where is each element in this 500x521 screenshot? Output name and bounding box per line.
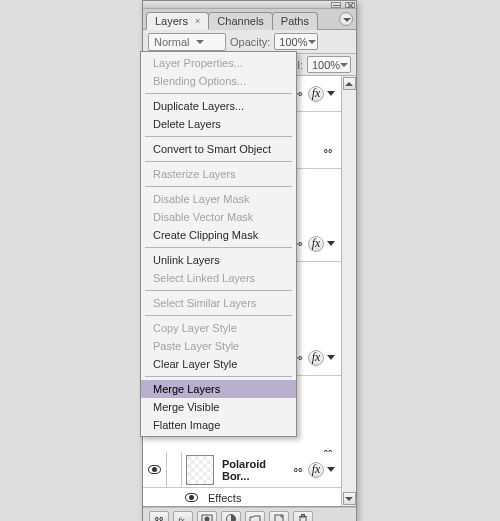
menu-separator — [145, 290, 292, 291]
link-icon — [291, 465, 305, 475]
tab-label: Layers — [155, 15, 188, 27]
mask-icon — [201, 513, 213, 522]
close-icon[interactable]: × — [195, 16, 200, 26]
menu-separator — [145, 247, 292, 248]
chevron-down-icon — [340, 63, 348, 67]
layer-context-menu: Layer Properties... Blending Options... … — [140, 51, 297, 437]
menu-layer-properties: Layer Properties... — [141, 54, 296, 72]
new-group-button[interactable] — [245, 511, 265, 522]
opacity-label: Opacity: — [230, 36, 270, 48]
menu-unlink-layers[interactable]: Unlink Layers — [141, 251, 296, 269]
eye-icon — [148, 465, 161, 474]
menu-separator — [145, 93, 292, 94]
visibility-toggle[interactable] — [143, 452, 167, 487]
adjustment-icon — [225, 513, 237, 522]
tab-strip: Layers × Channels Paths — [143, 9, 356, 30]
effects-label: Effects — [208, 492, 241, 504]
blend-mode-select[interactable]: Normal — [148, 33, 226, 51]
panel-menu-button[interactable] — [339, 12, 353, 26]
svg-rect-14 — [302, 514, 305, 516]
menu-disable-layer-mask: Disable Layer Mask — [141, 190, 296, 208]
scroll-up-button[interactable] — [343, 77, 356, 90]
menu-create-clipping-mask[interactable]: Create Clipping Mask — [141, 226, 296, 244]
menu-convert-smart-object[interactable]: Convert to Smart Object — [141, 140, 296, 158]
svg-rect-12 — [300, 517, 306, 522]
delete-layer-button[interactable] — [293, 511, 313, 522]
chevron-down-icon[interactable] — [327, 91, 335, 96]
fx-icon: fx — [308, 236, 324, 252]
link-layers-button[interactable] — [149, 511, 169, 522]
menu-duplicate-layers[interactable]: Duplicate Layers... — [141, 97, 296, 115]
scroll-down-button[interactable] — [343, 492, 356, 505]
chevron-down-icon[interactable] — [327, 241, 335, 246]
menu-separator — [145, 136, 292, 137]
menu-separator — [145, 186, 292, 187]
menu-delete-layers[interactable]: Delete Layers — [141, 115, 296, 133]
layer-row-polaroid[interactable]: Polaroid Bor... fx — [143, 452, 341, 488]
chevron-down-icon — [193, 35, 207, 49]
opacity-value: 100% — [279, 36, 307, 48]
link-col — [167, 452, 182, 487]
menu-flatten-image[interactable]: Flatten Image — [141, 416, 296, 434]
layers-footer: fx — [143, 507, 356, 521]
opacity-field[interactable]: 100% — [274, 33, 318, 50]
layer-thumbnail[interactable] — [186, 455, 214, 485]
layer-style-button[interactable]: fx — [173, 511, 193, 522]
effects-row[interactable]: Effects — [185, 488, 341, 507]
folder-icon — [249, 513, 261, 522]
svg-point-9 — [205, 516, 210, 521]
layer-mask-button[interactable] — [197, 511, 217, 522]
menu-merge-visible[interactable]: Merge Visible — [141, 398, 296, 416]
menu-separator — [145, 315, 292, 316]
svg-rect-11 — [275, 515, 283, 522]
panel-titlebar — [143, 1, 356, 9]
eye-icon[interactable] — [185, 493, 198, 502]
vertical-scrollbar[interactable] — [341, 76, 356, 506]
tab-channels[interactable]: Channels — [208, 12, 272, 30]
link-icon — [153, 513, 165, 522]
menu-copy-layer-style: Copy Layer Style — [141, 319, 296, 337]
minimize-button[interactable] — [331, 2, 341, 8]
menu-select-similar-layers: Select Similar Layers — [141, 294, 296, 312]
tab-layers[interactable]: Layers × — [146, 12, 209, 30]
fill-field[interactable]: 100% — [307, 56, 351, 73]
menu-separator — [145, 161, 292, 162]
fx-icon: fx — [308, 462, 324, 478]
new-layer-button[interactable] — [269, 511, 289, 522]
close-button[interactable] — [345, 2, 355, 8]
menu-disable-vector-mask: Disable Vector Mask — [141, 208, 296, 226]
menu-blending-options: Blending Options... — [141, 72, 296, 90]
svg-text:fx: fx — [178, 515, 185, 522]
trash-icon — [297, 513, 309, 522]
new-page-icon — [273, 513, 285, 522]
menu-paste-layer-style: Paste Layer Style — [141, 337, 296, 355]
fill-value: 100% — [312, 59, 340, 71]
fx-icon: fx — [308, 350, 324, 366]
menu-merge-layers[interactable]: Merge Layers — [141, 380, 296, 398]
fx-icon: fx — [177, 513, 189, 522]
link-icon — [321, 146, 335, 156]
chevron-down-icon — [308, 40, 316, 44]
blend-mode-value: Normal — [154, 36, 189, 48]
fx-icon: fx — [308, 86, 324, 102]
layer-name[interactable]: Polaroid Bor... — [222, 458, 291, 482]
chevron-down-icon[interactable] — [327, 467, 335, 472]
menu-select-linked-layers: Select Linked Layers — [141, 269, 296, 287]
adjustment-layer-button[interactable] — [221, 511, 241, 522]
menu-rasterize-layers: Rasterize Layers — [141, 165, 296, 183]
menu-separator — [145, 376, 292, 377]
chevron-down-icon[interactable] — [327, 355, 335, 360]
tab-paths[interactable]: Paths — [272, 12, 318, 30]
menu-clear-layer-style[interactable]: Clear Layer Style — [141, 355, 296, 373]
